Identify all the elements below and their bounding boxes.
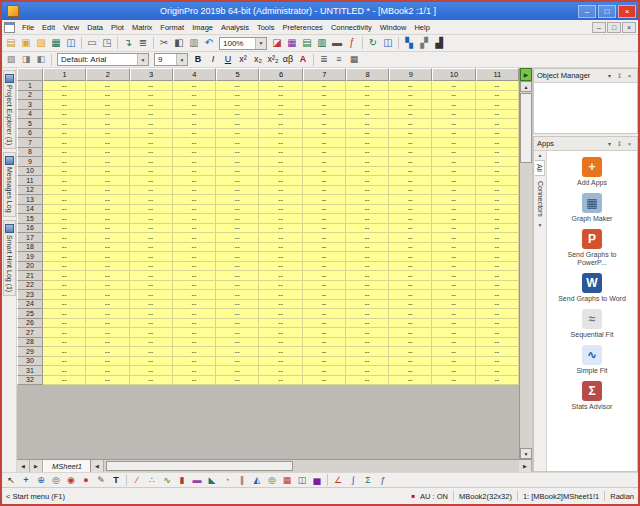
matrix-cell[interactable]: --	[130, 233, 173, 243]
matrix-cell[interactable]: --	[476, 157, 519, 167]
mdi-close-button[interactable]: ×	[622, 22, 636, 33]
close-icon[interactable]: ×	[625, 139, 634, 148]
matrix-cell[interactable]: --	[389, 91, 432, 101]
matrix-cell[interactable]: --	[389, 281, 432, 291]
matrix-cell[interactable]: --	[259, 81, 302, 91]
matrix-cell[interactable]: --	[259, 138, 302, 148]
matrix-cell[interactable]: --	[389, 176, 432, 186]
paste-format-icon[interactable]: ◧	[34, 53, 48, 67]
chevron-down-icon[interactable]: ▾	[605, 71, 614, 80]
matrix-cell[interactable]: --	[432, 138, 475, 148]
font-color-icon[interactable]: A	[296, 53, 310, 67]
mdi-restore-button[interactable]: □	[607, 22, 621, 33]
vertical-scroll-thumb[interactable]	[520, 93, 532, 163]
matrix-cell[interactable]: --	[43, 252, 86, 262]
matrix-cell[interactable]: --	[432, 167, 475, 177]
matrix-cell[interactable]: --	[216, 176, 259, 186]
matrix-cell[interactable]: --	[173, 91, 216, 101]
row-header[interactable]: 1	[17, 81, 43, 91]
matrix-cell[interactable]: --	[43, 300, 86, 310]
matrix-cell[interactable]: --	[216, 243, 259, 253]
matrix-cell[interactable]: --	[43, 233, 86, 243]
matrix-cell[interactable]: --	[130, 347, 173, 357]
matrix-cell[interactable]: --	[43, 205, 86, 215]
matrix-cell[interactable]: --	[216, 357, 259, 367]
project-explorer-toggle-icon[interactable]: ▚	[402, 36, 416, 50]
matrix-cell[interactable]: --	[216, 281, 259, 291]
double-y-plot-icon[interactable]: ∥	[235, 473, 249, 487]
matrix-cell[interactable]: --	[476, 290, 519, 300]
matrix-cell[interactable]: --	[346, 366, 389, 376]
matrix-cell[interactable]: --	[303, 347, 346, 357]
matrix-cell[interactable]: --	[86, 167, 129, 177]
fft-icon[interactable]: ƒ	[376, 473, 390, 487]
matrix-cell[interactable]: --	[86, 281, 129, 291]
horizontal-scrollbar[interactable]: ◀ ▶	[91, 460, 532, 472]
matrix-cell[interactable]: --	[173, 214, 216, 224]
matrix-cell[interactable]: --	[432, 328, 475, 338]
matrix-cell[interactable]: --	[303, 233, 346, 243]
matrix-cell[interactable]: --	[346, 205, 389, 215]
matrix-cell[interactable]: --	[432, 347, 475, 357]
row-header[interactable]: 19	[17, 252, 43, 262]
matrix-cell[interactable]: --	[259, 347, 302, 357]
corner-header[interactable]	[17, 68, 43, 81]
chevron-down-icon[interactable]: ▼	[176, 54, 187, 65]
align-center-icon[interactable]: ≡	[332, 53, 346, 67]
line-plot-icon[interactable]: ∕	[130, 473, 144, 487]
matrix-cell[interactable]: --	[173, 319, 216, 329]
align-left-icon[interactable]: ≣	[317, 53, 331, 67]
matrix-cell[interactable]: --	[389, 366, 432, 376]
column-header[interactable]: 6	[259, 68, 302, 81]
matrix-cell[interactable]: --	[432, 290, 475, 300]
matrix-cell[interactable]: --	[476, 357, 519, 367]
matrix-cell[interactable]: --	[86, 157, 129, 167]
matrix-cell[interactable]: --	[259, 167, 302, 177]
matrix-cell[interactable]: --	[43, 167, 86, 177]
matrix-cell[interactable]: --	[216, 91, 259, 101]
matrix-cell[interactable]: --	[43, 338, 86, 348]
matrix-cell[interactable]: --	[43, 224, 86, 234]
matrix-cell[interactable]: --	[216, 309, 259, 319]
matrix-cell[interactable]: --	[476, 195, 519, 205]
matrix-cell[interactable]: --	[389, 100, 432, 110]
apps-tab-all[interactable]: All	[535, 160, 545, 176]
matrix-cell[interactable]: --	[259, 148, 302, 158]
matrix-cell[interactable]: --	[216, 148, 259, 158]
open-icon[interactable]: ▨	[34, 36, 48, 50]
greek-icon[interactable]: αβ	[281, 53, 295, 67]
matrix-cell[interactable]: --	[43, 195, 86, 205]
matrix-cell[interactable]: --	[432, 129, 475, 139]
matrix-cell[interactable]: --	[173, 357, 216, 367]
matrix-cell[interactable]: --	[259, 129, 302, 139]
new-graph-icon[interactable]: ◪	[270, 36, 284, 50]
matrix-cell[interactable]: --	[86, 347, 129, 357]
matrix-cell[interactable]: --	[86, 205, 129, 215]
print-icon[interactable]: ▭	[85, 36, 99, 50]
matrix-cell[interactable]: --	[216, 376, 259, 386]
heatmap-plot-icon[interactable]: ▦	[280, 473, 294, 487]
matrix-cell[interactable]: --	[303, 148, 346, 158]
row-header[interactable]: 14	[17, 205, 43, 215]
row-header[interactable]: 3	[17, 100, 43, 110]
matrix-cell[interactable]: --	[432, 357, 475, 367]
matrix-cell[interactable]: --	[259, 309, 302, 319]
matrix-cell[interactable]: --	[389, 328, 432, 338]
matrix-cell[interactable]: --	[476, 91, 519, 101]
matrix-cell[interactable]: --	[43, 271, 86, 281]
matrix-cell[interactable]: --	[130, 338, 173, 348]
sub-superscript-icon[interactable]: x²₂	[266, 53, 280, 67]
matrix-cell[interactable]: --	[173, 148, 216, 158]
close-button[interactable]: ×	[618, 5, 636, 18]
menu-format[interactable]: Format	[156, 23, 188, 32]
matrix-cell[interactable]: --	[130, 176, 173, 186]
matrix-cell[interactable]: --	[303, 214, 346, 224]
chevron-down-icon[interactable]: ▾	[605, 139, 614, 148]
matrix-cell[interactable]: --	[86, 319, 129, 329]
matrix-cell[interactable]: --	[476, 281, 519, 291]
matrix-cell[interactable]: --	[476, 309, 519, 319]
matrix-cell[interactable]: --	[432, 319, 475, 329]
matrix-cell[interactable]: --	[346, 224, 389, 234]
matrix-cell[interactable]: --	[389, 138, 432, 148]
matrix-cell[interactable]: --	[86, 357, 129, 367]
